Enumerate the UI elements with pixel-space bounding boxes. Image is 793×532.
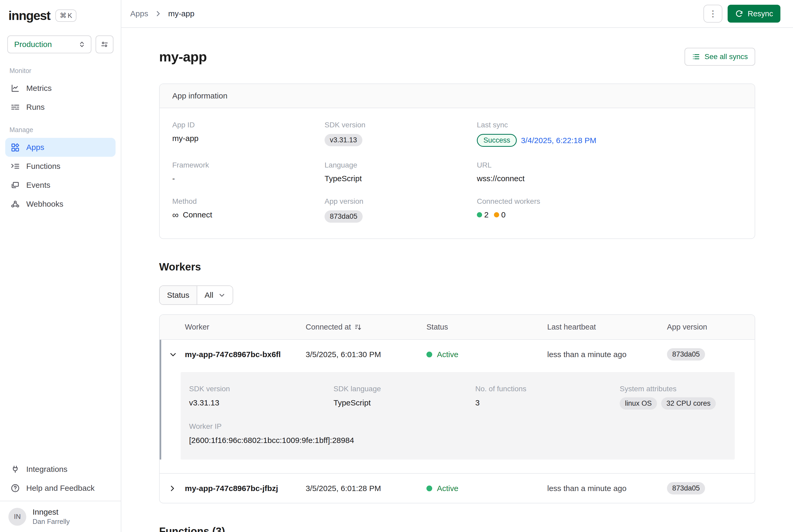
last-sync-link[interactable]: 3/4/2025, 6:22:18 PM <box>521 136 596 145</box>
table-row[interactable]: my-app-747c8967bc-jfbzj 3/5/2025, 6:01:2… <box>160 473 755 503</box>
col-connected-at[interactable]: Connected at <box>306 323 426 331</box>
field-sdk-version: SDK version v3.31.13 <box>325 121 477 147</box>
nav-section-monitor: Monitor <box>5 57 116 79</box>
sidebar-item-label: Apps <box>26 143 44 152</box>
field-url: URL wss://connect <box>477 161 742 183</box>
sidebar-item-runs[interactable]: Runs <box>5 98 116 117</box>
field-app-version: App version 873da05 <box>325 197 477 223</box>
sidebar-item-webhooks[interactable]: Webhooks <box>5 194 116 213</box>
detail-functions-count: No. of functions 3 <box>475 385 620 410</box>
attr-pill-os: linux OS <box>620 397 657 410</box>
main-content: my-app See all syncs App information App… <box>121 28 793 532</box>
status-dot <box>426 352 432 357</box>
avatar: IN <box>8 508 26 526</box>
col-status: Status <box>426 323 547 331</box>
app-information-title: App information <box>160 84 755 108</box>
active-workers-dot <box>477 212 482 217</box>
sidebar-item-label: Webhooks <box>26 200 63 209</box>
more-actions-button[interactable]: ⋮ <box>703 5 722 23</box>
status-filter-value[interactable]: All <box>197 286 233 304</box>
topbar: Apps my-app ⋮ Resync <box>121 0 793 28</box>
inngest-logo: inngest <box>8 8 50 23</box>
detail-system-attributes: System attributes linux OS 32 CPU cores <box>620 385 726 410</box>
col-last-heartbeat: Last heartbeat <box>547 323 667 331</box>
functions-section-title: Functions (3) <box>159 526 755 532</box>
sidebar-item-label: Functions <box>26 162 60 171</box>
resync-button[interactable]: Resync <box>728 5 780 23</box>
detail-sdk-language: SDK language TypeScript <box>333 385 475 410</box>
field-method: Method ∞Connect <box>172 197 325 223</box>
sliders-icon <box>100 40 109 49</box>
sidebar-item-label: Runs <box>26 103 45 112</box>
user-menu[interactable]: IN Inngest Dan Farrelly <box>0 501 121 532</box>
field-framework: Framework - <box>172 161 325 183</box>
refresh-icon <box>735 10 743 18</box>
updown-chevron-icon <box>78 41 85 48</box>
sidebar-item-label: Integrations <box>26 465 67 474</box>
kebab-icon: ⋮ <box>709 9 717 19</box>
worker-name: my-app-747c8967bc-jfbzj <box>185 484 306 493</box>
worker-row-group: my-app-747c8967bc-bx6fl 3/5/2025, 6:01:3… <box>160 340 755 459</box>
worker-details-panel: SDK version v3.31.13 SDK language TypeSc… <box>181 372 735 459</box>
attr-pill-cpu: 32 CPU cores <box>661 397 716 410</box>
field-language: Language TypeScript <box>325 161 477 183</box>
sdk-version-pill: v3.31.13 <box>325 134 362 146</box>
detail-sdk-version: SDK version v3.31.13 <box>189 385 333 410</box>
sidebar-item-label: Metrics <box>26 84 52 93</box>
sidebar-nav: Monitor Metrics Runs Manage Apps <box>0 53 121 218</box>
environment-select[interactable]: Production <box>7 35 91 53</box>
status-dot <box>426 486 432 491</box>
sidebar-item-label: Help and Feedback <box>26 484 95 493</box>
worker-last-heartbeat: less than a minute ago <box>547 484 667 493</box>
sidebar-item-help[interactable]: Help and Feedback <box>5 479 116 498</box>
list-lines-icon <box>11 102 20 112</box>
chevron-down-icon <box>218 292 225 299</box>
inactive-workers-count: 0 <box>501 210 506 219</box>
chevron-right-icon <box>154 10 162 17</box>
worker-app-version-pill: 873da05 <box>667 482 705 494</box>
status-filter-key: Status <box>160 286 197 304</box>
sidebar-item-events[interactable]: Events <box>5 176 116 194</box>
field-last-sync: Last sync Success 3/4/2025, 6:22:18 PM <box>477 121 742 147</box>
nav-section-manage: Manage <box>5 117 116 138</box>
app-version-pill: 873da05 <box>325 210 363 223</box>
breadcrumb: Apps my-app <box>130 9 194 18</box>
worker-status: Active <box>426 484 547 493</box>
see-all-syncs-button[interactable]: See all syncs <box>684 48 755 65</box>
field-app-id: App ID my-app <box>172 121 325 147</box>
list-icon <box>692 53 700 61</box>
user-name: Dan Farrelly <box>33 517 70 526</box>
sidebar: inngest ⌘K Production Monitor <box>0 0 121 532</box>
environment-label: Production <box>14 40 52 49</box>
sidebar-item-metrics[interactable]: Metrics <box>5 79 116 98</box>
command-icon: ⌘ <box>60 12 66 20</box>
breadcrumb-apps-link[interactable]: Apps <box>130 9 148 18</box>
sort-desc-icon <box>354 323 362 331</box>
expand-row-chevron-icon[interactable] <box>160 484 185 492</box>
sidebar-item-functions[interactable]: Functions <box>5 157 116 176</box>
col-worker: Worker <box>185 323 306 331</box>
events-icon <box>11 180 20 190</box>
collapse-row-chevron-icon[interactable] <box>161 350 185 358</box>
table-row[interactable]: my-app-747c8967bc-bx6fl 3/5/2025, 6:01:3… <box>161 340 755 369</box>
command-k-shortcut[interactable]: ⌘K <box>55 10 76 22</box>
plug-icon <box>11 464 20 474</box>
workers-table-header: Worker Connected at Status Last heartbea… <box>160 315 755 340</box>
sync-status-badge: Success <box>477 134 517 147</box>
workers-table: Worker Connected at Status Last heartbea… <box>159 314 755 504</box>
functions-icon <box>11 162 20 171</box>
chart-line-icon <box>11 83 20 93</box>
app-information-card: App information App ID my-app SDK versio… <box>159 83 755 239</box>
worker-connected-at: 3/5/2025, 6:01:30 PM <box>306 350 426 359</box>
breadcrumb-current: my-app <box>168 9 194 18</box>
detail-worker-ip: Worker IP [2600:1f16:96c:6802:1bcc:1009:… <box>181 410 735 445</box>
sidebar-item-integrations[interactable]: Integrations <box>5 460 116 479</box>
status-filter[interactable]: Status All <box>159 285 233 305</box>
active-workers-count: 2 <box>484 210 489 219</box>
apps-grid-icon <box>11 142 20 152</box>
sidebar-item-apps[interactable]: Apps <box>5 138 116 157</box>
sidebar-item-label: Events <box>26 180 51 190</box>
inactive-workers-dot <box>494 212 499 217</box>
environment-settings-button[interactable] <box>96 35 113 53</box>
webhook-icon <box>11 199 20 209</box>
